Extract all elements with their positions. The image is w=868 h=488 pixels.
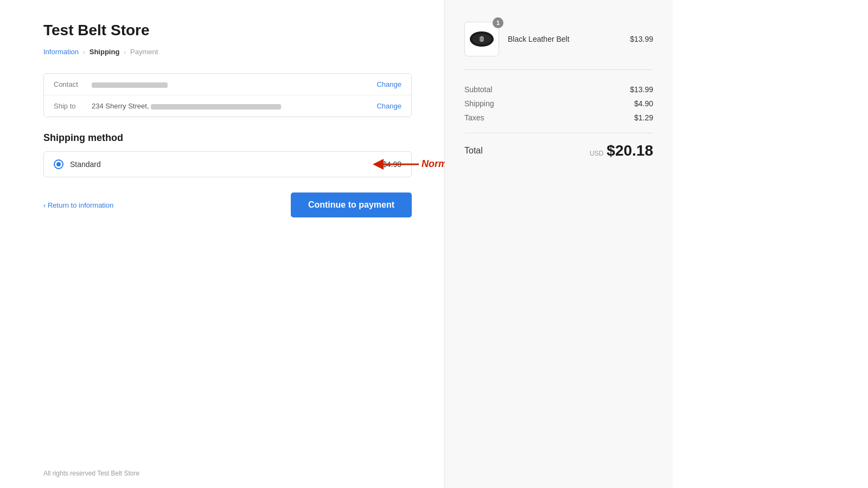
standard-label: Standard <box>70 160 382 169</box>
shipping-label: Shipping <box>464 99 494 108</box>
ship-to-value: 234 Sherry Street, <box>92 102 376 110</box>
grand-total-label: Total <box>464 146 483 156</box>
grand-total-row: Total USD $20.18 <box>464 142 653 159</box>
contact-redacted <box>92 82 168 88</box>
totals-divider <box>464 133 653 133</box>
return-to-information-link[interactable]: ‹ Return to information <box>43 201 113 209</box>
shipping-value: $4.90 <box>634 99 653 108</box>
product-badge: 1 <box>493 17 503 28</box>
breadcrumb-sep-1: › <box>83 49 85 55</box>
radio-inner <box>56 162 61 166</box>
breadcrumb-sep-2: › <box>124 49 126 55</box>
footer-text: All rights reserved Test Belt Store <box>43 470 139 477</box>
product-image-wrap: 1 <box>464 22 499 56</box>
ship-to-row: Ship to 234 Sherry Street, Change <box>44 95 411 117</box>
contact-change-link[interactable]: Change <box>376 80 401 88</box>
taxes-label: Taxes <box>464 113 484 122</box>
taxes-row: Taxes $1.29 <box>464 113 653 122</box>
ship-to-change-link[interactable]: Change <box>376 102 401 110</box>
breadcrumb-information[interactable]: Information <box>43 48 79 56</box>
store-title: Test Belt Store <box>43 22 412 39</box>
svg-rect-5 <box>481 36 483 37</box>
product-image <box>464 22 499 56</box>
contact-label: Contact <box>54 80 92 88</box>
subtotal-row: Subtotal $13.99 <box>464 85 653 94</box>
belt-image-svg <box>468 25 496 53</box>
grand-total-value: $20.18 <box>607 142 653 159</box>
shipping-method-title: Shipping method <box>43 132 412 144</box>
contact-value <box>92 80 376 88</box>
totals-section: Subtotal $13.99 Shipping $4.90 Taxes $1.… <box>464 85 653 122</box>
standard-price: $4.90 <box>382 160 401 169</box>
breadcrumb-payment: Payment <box>130 48 158 56</box>
breadcrumb-shipping: Shipping <box>90 48 120 56</box>
shipping-option-standard[interactable]: Standard $4.90 <box>43 151 412 177</box>
product-name: Black Leather Belt <box>508 35 630 43</box>
subtotal-value: $13.99 <box>630 85 653 94</box>
shipping-row: Shipping $4.90 <box>464 99 653 108</box>
ship-to-redacted <box>151 104 281 110</box>
currency-label: USD <box>590 150 603 157</box>
actions-row: ‹ Return to information Continue to paym… <box>43 192 412 217</box>
breadcrumb: Information › Shipping › Payment <box>43 48 412 56</box>
ship-to-address: 234 Sherry Street, <box>92 102 149 110</box>
product-row: 1 Black Leather Belt $13.99 <box>464 22 653 70</box>
contact-row: Contact Change <box>44 74 411 95</box>
subtotal-label: Subtotal <box>464 85 492 94</box>
contact-shipping-box: Contact Change Ship to 234 Sherry Street… <box>43 73 412 117</box>
product-price: $13.99 <box>630 35 653 43</box>
continue-to-payment-button[interactable]: Continue to payment <box>291 192 412 217</box>
order-summary-panel: 1 Black Leather Belt $13.99 Subtotal $13… <box>445 0 673 488</box>
ship-to-label: Ship to <box>54 102 92 110</box>
radio-standard[interactable] <box>54 159 63 169</box>
grand-total-right: USD $20.18 <box>590 142 653 159</box>
svg-rect-6 <box>481 41 483 42</box>
taxes-value: $1.29 <box>634 113 653 122</box>
svg-rect-4 <box>480 37 484 41</box>
